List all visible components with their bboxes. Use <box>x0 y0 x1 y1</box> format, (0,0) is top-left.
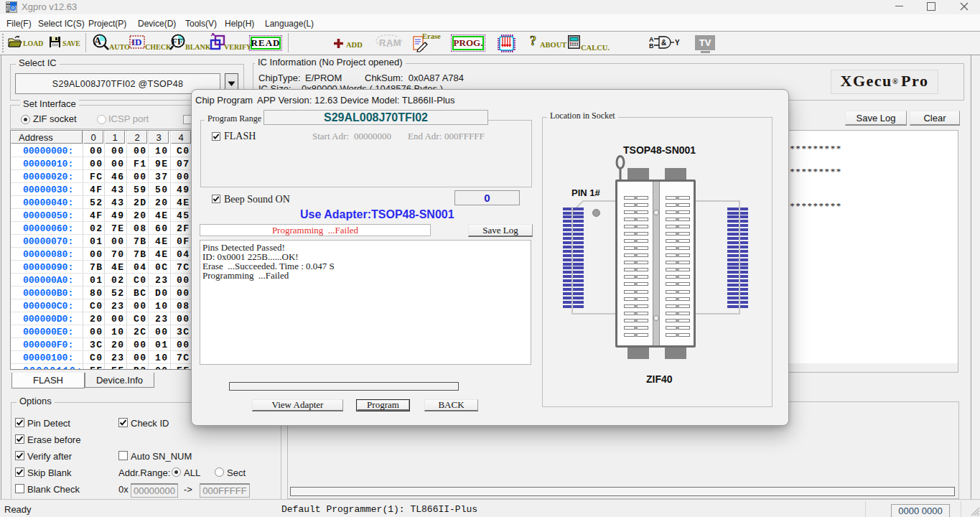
svg-text:FF: FF <box>172 36 183 47</box>
svg-text:A: A <box>94 36 102 47</box>
svg-text:&: & <box>661 39 666 47</box>
svg-text:Y: Y <box>675 39 680 47</box>
svg-text:B: B <box>649 42 654 49</box>
